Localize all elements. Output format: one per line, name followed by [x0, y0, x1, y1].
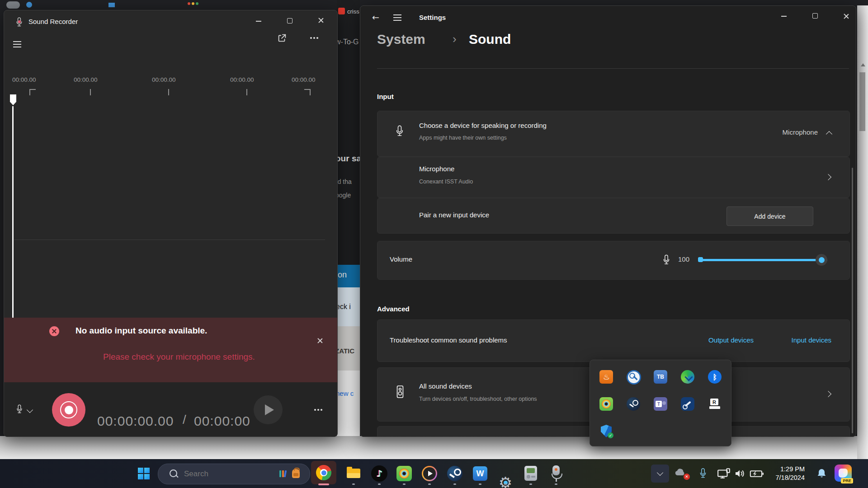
word-icon[interactable]: W — [473, 466, 487, 481]
settings-maximize-button[interactable] — [812, 13, 818, 19]
file-explorer-icon[interactable] — [347, 469, 360, 478]
input-devices-link[interactable]: Input devices — [792, 336, 831, 344]
password-key-icon[interactable] — [627, 370, 641, 385]
maximize-button[interactable] — [287, 18, 292, 23]
device-subtitle: Conexant ISST Audio — [419, 178, 473, 185]
running-indicator — [318, 483, 329, 485]
speaker-device-icon — [395, 385, 405, 399]
chooser-title: Choose a device for speaking or recordin… — [419, 122, 547, 129]
all-devices-chevron-icon[interactable] — [825, 391, 831, 397]
chooser-subtitle: Apps might have their own settings — [419, 135, 507, 141]
copilot-pre-badge: PRE — [841, 478, 853, 483]
battery-charging-icon[interactable] — [750, 469, 764, 479]
output-devices-link[interactable]: Output devices — [708, 336, 754, 344]
media-player-icon[interactable] — [422, 466, 437, 481]
settings-hamburger-icon[interactable] — [393, 17, 401, 18]
wrench-tool-icon[interactable] — [681, 397, 694, 411]
running-indicator — [428, 483, 431, 485]
r-app-glyph: R — [712, 399, 716, 405]
java-icon[interactable]: ♨ — [599, 370, 613, 384]
tray-chevron-button[interactable] — [651, 465, 669, 483]
mic-select-chevron-icon[interactable] — [27, 407, 33, 413]
volume-slider-track[interactable] — [699, 259, 827, 261]
error-title: No audio input source available. — [75, 326, 207, 336]
scrollbar-thumb[interactable] — [859, 72, 865, 131]
start-button[interactable] — [138, 468, 150, 479]
collapse-chevron-icon[interactable] — [826, 131, 832, 137]
page-fragment: ion — [337, 270, 347, 280]
steam-icon[interactable] — [627, 397, 640, 411]
settings-minimize-button[interactable] — [781, 16, 787, 17]
browser-gap-strip: criss w-To-G our sa rd tha oogle ion eck… — [337, 0, 360, 459]
rec-dot — [18, 20, 21, 23]
backpack-icon — [292, 469, 300, 478]
display-cast-icon[interactable] — [717, 468, 731, 479]
search-box[interactable] — [158, 464, 310, 484]
timeline-tick-start — [29, 89, 36, 95]
running-indicator — [453, 483, 456, 485]
settings-scrollbar[interactable] — [852, 168, 853, 433]
back-icon[interactable]: ← — [372, 12, 379, 22]
minimize-button[interactable] — [256, 21, 261, 22]
error-dismiss-button[interactable] — [317, 338, 323, 344]
close-button[interactable] — [318, 17, 324, 23]
sound-recorder-taskbar-icon[interactable] — [551, 465, 561, 482]
error-banner: No audio input source available. Please … — [4, 318, 337, 382]
browser-favicon-fragment — [108, 3, 115, 7]
settings-taskbar-icon[interactable]: ⚙ — [497, 474, 514, 488]
transport-more-icon[interactable] — [314, 409, 322, 411]
breadcrumb-parent[interactable]: System — [377, 32, 425, 47]
onedrive-error-icon[interactable]: ✕ — [675, 468, 688, 478]
share-icon[interactable] — [277, 33, 287, 43]
teams-icon[interactable]: T — [654, 397, 667, 411]
bluestacks-taskbar-icon[interactable] — [396, 466, 412, 481]
tiktok-icon[interactable]: ♪ — [371, 465, 387, 482]
clock-time: 1:29 PM — [766, 465, 805, 474]
record-glyph — [60, 401, 77, 418]
hamburger-menu-icon[interactable] — [13, 44, 21, 45]
search-icon — [170, 469, 177, 477]
pair-device-row: Pair a new input device Add device — [377, 198, 850, 234]
microphone-icon — [395, 125, 404, 137]
idm-icon[interactable] — [681, 370, 694, 384]
page-fragment: w-To-G — [337, 38, 359, 46]
mic-select-icon[interactable] — [16, 404, 23, 414]
settings-close-button[interactable] — [843, 13, 849, 19]
word-glyph: W — [476, 469, 484, 479]
playhead-line[interactable] — [12, 106, 14, 318]
record-button[interactable] — [52, 393, 85, 427]
running-indicator — [378, 483, 381, 485]
timeline-tick — [168, 89, 169, 95]
steam-taskbar-icon[interactable] — [447, 466, 462, 481]
bluetooth-icon[interactable]: ᛒ — [708, 370, 722, 384]
playhead-marker[interactable] — [10, 94, 16, 105]
chevron-down-icon — [657, 469, 663, 476]
breadcrumb-current: Sound — [469, 32, 511, 47]
microphone-device-row[interactable]: Microphone Conexant ISST Audio — [377, 157, 850, 198]
search-input[interactable] — [183, 466, 271, 482]
r-app-icon[interactable]: R — [708, 397, 722, 411]
volume-card: Volume 100 — [377, 241, 850, 280]
chooser-value[interactable]: Microphone — [783, 128, 818, 136]
add-device-button[interactable]: Add device — [726, 206, 813, 226]
play-button[interactable] — [254, 395, 283, 424]
more-options-icon[interactable] — [310, 37, 318, 39]
chrome-taskbar-button[interactable] — [311, 461, 336, 484]
notification-bell-icon[interactable] — [816, 468, 827, 479]
device-chevron-icon[interactable] — [825, 174, 831, 180]
timeline-timestamp: 00:00.00 — [12, 76, 36, 83]
copilot-button[interactable]: PRE — [835, 465, 852, 482]
windows-security-icon[interactable]: ✓ — [599, 424, 613, 438]
browser-tab-title: criss — [347, 8, 359, 15]
browser-scrollbar-strip[interactable] — [857, 5, 868, 459]
bluestacks-icon[interactable] — [599, 397, 613, 411]
scroll-up-arrow[interactable] — [861, 63, 865, 66]
volume-slider-thumb[interactable] — [816, 254, 827, 266]
mic-in-use-icon[interactable] — [699, 467, 707, 479]
input-chooser-card[interactable]: Choose a device for speaking or recordin… — [377, 111, 850, 157]
thunderbird-icon[interactable]: TB — [654, 370, 667, 384]
retro-console-icon[interactable] — [524, 466, 537, 481]
speaker-icon[interactable] — [734, 468, 745, 479]
clock[interactable]: 1:29 PM 7/18/2024 — [766, 465, 805, 482]
running-indicator — [555, 483, 557, 485]
